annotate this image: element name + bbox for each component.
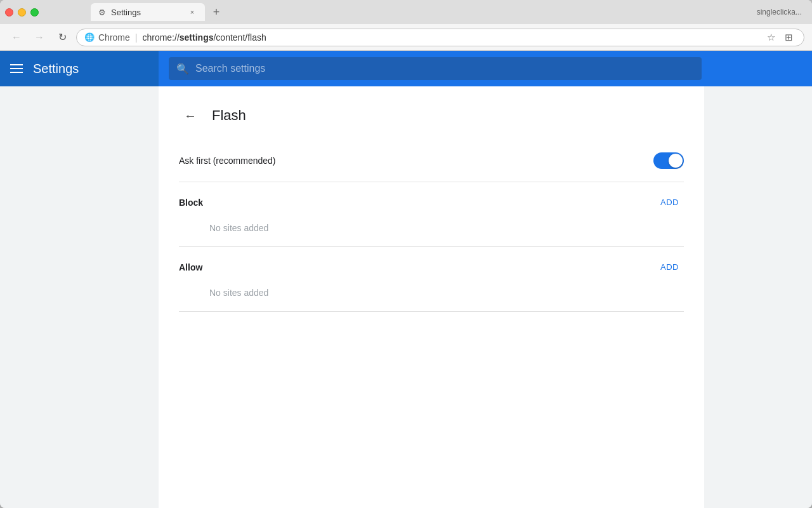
address-url-bold: settings <box>180 32 214 43</box>
settings-title-label: Settings <box>33 62 79 76</box>
bookmark-icon[interactable]: ☆ <box>763 30 778 45</box>
tab-close-button[interactable]: × <box>187 7 197 17</box>
search-input[interactable] <box>195 63 694 74</box>
forward-nav-button[interactable]: → <box>30 29 48 46</box>
ask-first-row: Ask first (recommended) <box>179 140 684 182</box>
address-separator: | <box>135 32 138 43</box>
allow-add-button[interactable]: ADD <box>655 260 684 274</box>
sidebar-header: Settings <box>0 51 159 86</box>
block-section-header: Block ADD <box>179 182 684 215</box>
ask-first-label: Ask first (recommended) <box>179 156 653 166</box>
search-bar[interactable]: 🔍 <box>169 57 702 80</box>
tab-title: Settings <box>111 8 182 17</box>
nav-bar: ← → ↻ 🌐 Chrome | chrome://settings/conte… <box>0 24 812 51</box>
allow-empty-section: No sites added <box>179 279 684 312</box>
allow-section-header: Allow ADD <box>179 247 684 279</box>
ask-first-toggle[interactable] <box>653 152 684 169</box>
active-tab[interactable]: ⚙ Settings × <box>91 3 205 21</box>
search-icon: 🔍 <box>176 63 189 75</box>
block-add-button[interactable]: ADD <box>655 195 684 210</box>
globe-icon: 🌐 <box>84 32 95 42</box>
title-bar: ⚙ Settings × + singleclicka... <box>0 0 812 24</box>
search-area: 🔍 <box>159 51 812 86</box>
back-button[interactable]: ← <box>179 104 202 127</box>
toggle-thumb <box>669 154 683 168</box>
minimize-button[interactable] <box>18 8 26 17</box>
address-url-prefix: chrome:// <box>142 32 179 43</box>
traffic-lights <box>5 8 39 17</box>
close-button[interactable] <box>5 8 13 17</box>
settings-header-row: Settings 🔍 <box>0 51 812 86</box>
address-brand: Chrome <box>98 32 130 43</box>
tab-bar: ⚙ Settings × + <box>46 3 757 21</box>
reload-button[interactable]: ↻ <box>53 29 71 46</box>
block-section-title: Block <box>179 197 655 208</box>
settings-app: Settings 🔍 ← Flash <box>0 51 812 508</box>
flash-page-title: Flash <box>212 107 246 124</box>
new-tab-button[interactable]: + <box>207 3 225 21</box>
address-url-suffix: /content/flash <box>213 32 266 43</box>
allow-empty-text: No sites added <box>209 288 268 298</box>
sidebar <box>0 86 159 508</box>
block-empty-text: No sites added <box>209 223 268 233</box>
hamburger-menu-button[interactable] <box>10 64 23 73</box>
address-url: chrome://settings/content/flash <box>142 32 266 43</box>
settings-tab-icon: ⚙ <box>98 8 106 17</box>
flash-page: ← Flash Ask first (recommended) Block <box>159 86 704 322</box>
address-bar-actions: ☆ ⊞ <box>763 30 796 45</box>
block-empty-section: No sites added <box>179 215 684 247</box>
allow-section-title: Allow <box>179 262 655 272</box>
back-nav-button[interactable]: ← <box>8 29 25 46</box>
main-layout: ← Flash Ask first (recommended) Block <box>0 86 812 508</box>
window-user-label: singleclicka... <box>757 8 807 17</box>
browser-window: ⚙ Settings × + singleclicka... ← → ↻ 🌐 C… <box>0 0 812 508</box>
extension-icon[interactable]: ⊞ <box>781 30 796 45</box>
back-header: ← Flash <box>179 97 684 140</box>
address-bar[interactable]: 🌐 Chrome | chrome://settings/content/fla… <box>76 29 804 46</box>
right-panel <box>704 86 812 508</box>
content-area: ← Flash Ask first (recommended) Block <box>159 86 704 508</box>
maximize-button[interactable] <box>30 8 39 17</box>
